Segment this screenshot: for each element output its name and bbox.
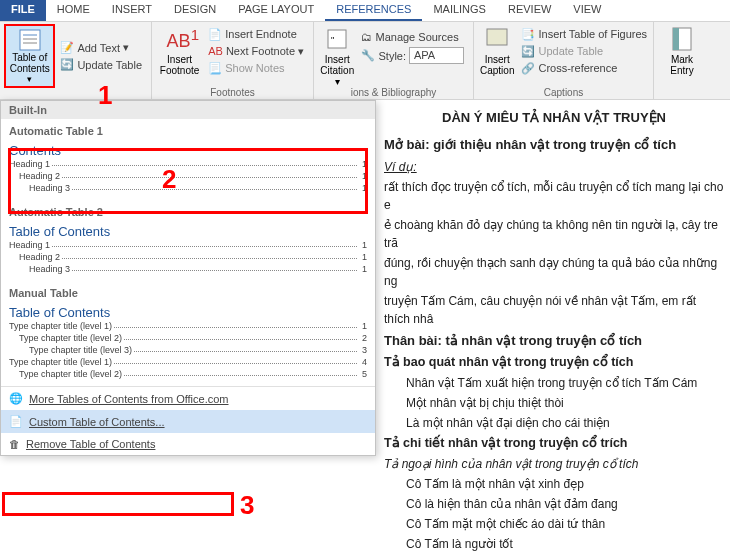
insert-endnote-label: Insert Endnote (225, 28, 297, 40)
toc-auto2-title: Table of Contents (9, 224, 367, 239)
toc-label: Table of Contents (8, 52, 51, 74)
tab-insert[interactable]: INSERT (101, 0, 163, 21)
table-of-contents-button[interactable]: Table of Contents ▾ (4, 24, 55, 88)
annotation-2: 2 (162, 164, 176, 195)
add-text-icon: 📝 (60, 41, 74, 54)
annotation-box-2 (8, 148, 368, 214)
insert-citation-label: Insert Citation (320, 54, 354, 76)
annotation-1: 1 (98, 80, 112, 111)
bibliography-button[interactable] (356, 66, 469, 84)
show-notes-button[interactable]: 📃Show Notes (203, 60, 309, 77)
cross-reference-label: Cross-reference (538, 62, 617, 74)
add-text-button[interactable]: 📝Add Text▾ (55, 39, 147, 56)
doc-p4: truyện Tấm Cám, câu chuyện nói về nhân v… (384, 292, 724, 328)
doc-h2a: Tả bao quát nhân vật trong truyện cổ tíc… (384, 353, 724, 372)
endnote-icon: 📄 (208, 28, 222, 41)
doc-title: DÀN Ý MIÊU TẢ NHÂN VẬT TRUYỆN (384, 110, 724, 125)
toc-more-label: More Tables of Contents from Office.com (29, 393, 229, 405)
tab-page-layout[interactable]: PAGE LAYOUT (227, 0, 325, 21)
toc-custom-label: Custom Table of Contents... (29, 416, 165, 428)
insert-tof-label: Insert Table of Figures (538, 28, 647, 40)
toc-manual-title: Table of Contents (9, 305, 367, 320)
group-captions-label: Captions (474, 87, 653, 98)
svg-text:": " (331, 35, 334, 45)
insert-endnote-button[interactable]: 📄Insert Endnote (203, 26, 309, 43)
doc-h1-thanbai: Thân bài: tả nhân vật trong truyện cổ tí… (384, 331, 724, 351)
insert-citation-button[interactable]: " Insert Citation▾ (318, 24, 356, 89)
document-area: DÀN Ý MIÊU TẢ NHÂN VẬT TRUYỆN Mở bài: gi… (378, 100, 730, 552)
style-select[interactable]: 🔧Style:APA (356, 45, 469, 66)
tof-icon: 📑 (521, 28, 535, 41)
sources-icon: 🗂 (361, 31, 372, 43)
style-value[interactable]: APA (409, 47, 464, 64)
toc-auto1-label: Automatic Table 1 (9, 125, 367, 137)
next-footnote-button[interactable]: ABNext Footnote▾ (203, 43, 309, 60)
office-icon: 🌐 (9, 392, 23, 405)
insert-tof-button[interactable]: 📑Insert Table of Figures (516, 26, 652, 43)
doc-c4: Cô Tấm là người tốt (384, 535, 724, 553)
tab-home[interactable]: HOME (46, 0, 101, 21)
doc-p2: ẻ choàng khăn đỏ dạy chúng ta không nên … (384, 216, 724, 252)
update-table2-label: Update Table (538, 45, 603, 57)
toc-more-office[interactable]: 🌐More Tables of Contents from Office.com (1, 387, 375, 410)
annotation-box-3 (2, 492, 234, 516)
insert-footnote-button[interactable]: AB1 Insert Footnote (156, 24, 203, 78)
crossref-icon: 🔗 (521, 62, 535, 75)
update-table-button[interactable]: 🔄Update Table (55, 56, 147, 73)
show-notes-label: Show Notes (225, 62, 284, 74)
toc-remove[interactable]: 🗑Remove Table of Contents (1, 433, 375, 455)
doc-c3: Cô Tấm mặt một chiếc áo dài tứ thân (384, 515, 724, 533)
citation-icon: " (324, 26, 350, 52)
svg-rect-0 (20, 30, 40, 50)
toc-custom[interactable]: 📄Custom Table of Contents... (1, 410, 375, 433)
insert-caption-label: Insert Caption (480, 54, 514, 76)
next-footnote-label: Next Footnote (226, 45, 295, 57)
toc-manual[interactable]: Manual Table Table of Contents Type chap… (1, 281, 375, 386)
footnote-icon: AB1 (167, 26, 193, 52)
manage-sources-button[interactable]: 🗂Manage Sources (356, 29, 469, 45)
group-footnotes-label: Footnotes (152, 87, 313, 98)
tab-file[interactable]: FILE (0, 0, 46, 21)
tab-review[interactable]: REVIEW (497, 0, 562, 21)
doc-h3a: Tả ngoại hình của nhân vật trong truyện … (384, 455, 724, 473)
update-icon: 🔄 (60, 58, 74, 71)
tab-view[interactable]: VIEW (562, 0, 612, 21)
doc-b2: Một nhân vật bị chịu thiệt thòi (384, 394, 724, 412)
style-label: Style: (378, 50, 406, 62)
mark-entry-label: Mark Entry (660, 54, 704, 76)
cross-reference-button[interactable]: 🔗Cross-reference (516, 60, 652, 77)
remove-icon: 🗑 (9, 438, 20, 450)
insert-footnote-label: Insert Footnote (158, 54, 201, 76)
doc-c1: Cô Tấm là một nhân vật xinh đẹp (384, 475, 724, 493)
update-table-label: Update Table (77, 59, 142, 71)
caption-icon (484, 26, 510, 52)
toc-manual-label: Manual Table (9, 287, 367, 299)
doc-p3: đúng, rồi chuyện thạch sanh dạy chúng ta… (384, 254, 724, 290)
chevron-down-icon: ▾ (27, 74, 32, 84)
doc-b1: Nhân vật Tấm xuất hiện trong truyện cổ t… (384, 374, 724, 392)
doc-p1: rất thích đọc truyện cổ tích, mỗi câu tr… (384, 178, 724, 214)
custom-toc-icon: 📄 (9, 415, 23, 428)
toc-icon (18, 28, 42, 52)
style-icon: 🔧 (361, 49, 375, 62)
show-notes-icon: 📃 (208, 62, 222, 75)
tab-references[interactable]: REFERENCES (325, 0, 422, 21)
ribbon-tabs: FILE HOME INSERT DESIGN PAGE LAYOUT REFE… (0, 0, 730, 22)
tab-mailings[interactable]: MAILINGS (422, 0, 497, 21)
toc-remove-label: Remove Table of Contents (26, 438, 155, 450)
update2-icon: 🔄 (521, 45, 535, 58)
manage-sources-label: Manage Sources (375, 31, 458, 43)
add-text-label: Add Text (77, 42, 120, 54)
mark-entry-button[interactable]: Mark Entry (658, 24, 706, 78)
toc-builtin-header: Built-In (1, 101, 375, 119)
doc-h2b: Tả chi tiết nhân vật trong truyện cổ trí… (384, 434, 724, 453)
doc-h1-mobai: Mở bài: giới thiệu nhân vật trong truyện… (384, 135, 724, 155)
doc-vidu: Ví dụ: (384, 158, 724, 176)
doc-c2: Cô là hiện thân của nhân vật đảm đang (384, 495, 724, 513)
insert-caption-button[interactable]: Insert Caption (478, 24, 516, 78)
next-footnote-icon: AB (208, 45, 223, 57)
svg-rect-8 (673, 28, 679, 50)
update-table2-button[interactable]: 🔄Update Table (516, 43, 652, 60)
tab-design[interactable]: DESIGN (163, 0, 227, 21)
annotation-3: 3 (240, 490, 254, 521)
